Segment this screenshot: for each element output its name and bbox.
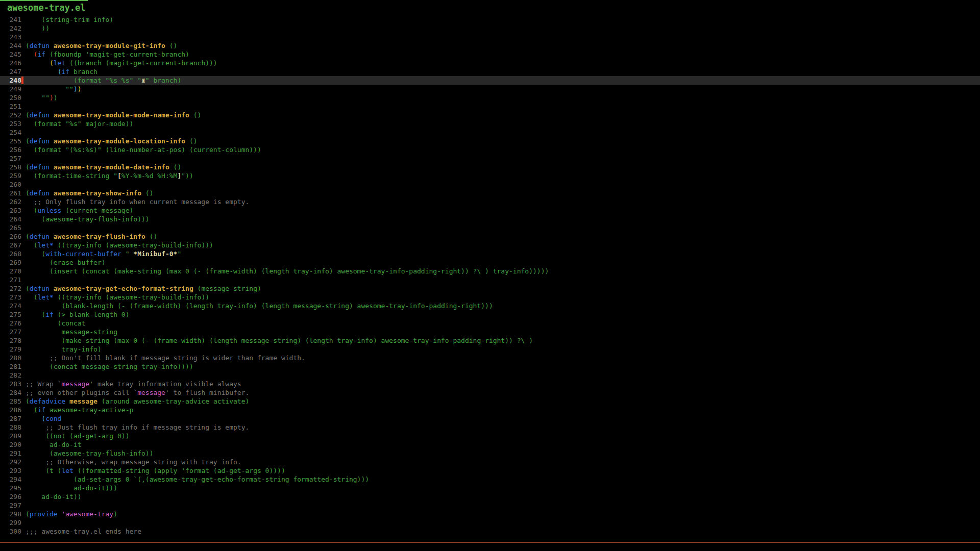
code-token: ) xyxy=(78,85,82,93)
code-line-299[interactable]: 299 xyxy=(0,518,980,527)
code-line-270[interactable]: 270 (insert (concat (make-string (max 0 … xyxy=(0,267,980,276)
code-line-282[interactable]: 282 xyxy=(0,371,980,380)
code-token: awesome-tray-get-echo-format-string xyxy=(54,285,193,292)
code-token: let xyxy=(61,467,73,474)
code-token: " branch) xyxy=(145,77,181,84)
code-editor[interactable]: 241 (string-trim info)242 ))243244(defun… xyxy=(0,15,980,536)
code-line-241[interactable]: 241 (string-trim info) xyxy=(0,15,980,24)
code-token: defun xyxy=(30,285,50,292)
code-line-266[interactable]: 266(defun awesome-tray-flush-info () xyxy=(0,232,980,241)
code-line-293[interactable]: 293 (t (let ((formatted-string (apply 'f… xyxy=(0,466,980,475)
code-line-281[interactable]: 281 (concat message-string tray-info)))) xyxy=(0,362,980,371)
buffer-header: awesome-tray.el xyxy=(0,0,980,15)
code-token: () xyxy=(145,233,157,240)
code-token xyxy=(50,189,54,197)
code-line-295[interactable]: 295 ad-do-it))) xyxy=(0,484,980,492)
code-line-296[interactable]: 296 ad-do-it)) xyxy=(0,492,980,501)
code-line-278[interactable]: 278 (make-string (max 0 (- (frame-width)… xyxy=(0,336,980,345)
code-token: ")) xyxy=(181,172,193,180)
line-number: 251 xyxy=(0,102,21,111)
code-token: ( xyxy=(26,311,45,318)
code-line-263[interactable]: 263 (unless (current-message) xyxy=(0,206,980,215)
code-line-255[interactable]: 255(defun awesome-tray-module-location-i… xyxy=(0,137,980,145)
code-token: ♜ xyxy=(141,77,145,84)
code-line-280[interactable]: 280 ;; Don't fill blank if message strin… xyxy=(0,354,980,362)
code-token: defun xyxy=(30,163,50,171)
code-line-277[interactable]: 277 message-string xyxy=(0,328,980,336)
line-number: 277 xyxy=(0,328,21,336)
code-line-243[interactable]: 243 xyxy=(0,33,980,41)
code-token xyxy=(50,42,54,49)
code-line-242[interactable]: 242 )) xyxy=(0,24,980,33)
code-token: message xyxy=(137,389,165,396)
code-token: awesome-tray-module-date-info xyxy=(54,163,169,171)
code-line-264[interactable]: 264 (awesome-tray-flush-info))) xyxy=(0,215,980,223)
code-line-271[interactable]: 271 xyxy=(0,276,980,284)
code-token xyxy=(50,137,54,145)
code-line-284[interactable]: 284;; even other plugins call `message' … xyxy=(0,388,980,397)
code-line-286[interactable]: 286 (if awesome-tray-active-p xyxy=(0,406,980,414)
code-line-273[interactable]: 273 (let* ((tray-info (awesome-tray-buil… xyxy=(0,293,980,302)
code-line-290[interactable]: 290 ad-do-it xyxy=(0,440,980,449)
code-line-252[interactable]: 252(defun awesome-tray-module-mode-name-… xyxy=(0,111,980,119)
code-line-259[interactable]: 259 (format-time-string "[%Y-%m-%d %H:%M… xyxy=(0,171,980,180)
code-line-288[interactable]: 288 ;; Just flush tray info if message s… xyxy=(0,423,980,432)
code-line-297[interactable]: 297 xyxy=(0,501,980,510)
code-line-247[interactable]: 247 (if branch xyxy=(0,67,980,76)
code-line-267[interactable]: 267 (let* ((tray-info (awesome-tray-buil… xyxy=(0,241,980,249)
code-line-279[interactable]: 279 tray-info) xyxy=(0,345,980,354)
line-number: 274 xyxy=(0,302,21,310)
code-line-249[interactable]: 249 "")) xyxy=(0,85,980,93)
code-line-251[interactable]: 251 xyxy=(0,102,980,111)
code-line-260[interactable]: 260 xyxy=(0,180,980,189)
code-token: (concat xyxy=(26,319,85,327)
code-line-275[interactable]: 275 (if (> blank-length 0) xyxy=(0,310,980,319)
code-line-285[interactable]: 285(defadvice message (around awesome-tr… xyxy=(0,397,980,406)
code-token: awesome-tray-flush-info xyxy=(54,233,145,240)
code-line-262[interactable]: 262 ;; Only flush tray info when current… xyxy=(0,197,980,206)
code-line-283[interactable]: 283;; Wrap `message' make tray informati… xyxy=(0,380,980,388)
code-token: ;; Only flush tray info when current mes… xyxy=(26,198,249,206)
code-line-287[interactable]: 287 (cond xyxy=(0,414,980,423)
line-number: 279 xyxy=(0,345,21,354)
code-line-253[interactable]: 253 (format "%s" major-mode)) xyxy=(0,119,980,128)
code-token: () xyxy=(185,137,197,145)
code-line-274[interactable]: 274 (blank-length (- (frame-width) (leng… xyxy=(0,302,980,310)
code-line-269[interactable]: 269 (erase-buffer) xyxy=(0,258,980,267)
code-token: ( xyxy=(26,293,37,301)
line-number: 246 xyxy=(0,59,21,67)
code-line-294[interactable]: 294 (ad-set-args 0 `(,(awesome-tray-get-… xyxy=(0,475,980,484)
code-token: )) xyxy=(26,24,50,32)
line-number: 258 xyxy=(0,163,21,171)
code-line-298[interactable]: 298(provide 'awesome-tray) xyxy=(0,510,980,518)
line-number: 242 xyxy=(0,24,21,33)
code-line-256[interactable]: 256 (format "(%s:%s)" (line-number-at-po… xyxy=(0,145,980,154)
code-line-261[interactable]: 261(defun awesome-tray-show-info () xyxy=(0,189,980,197)
code-line-246[interactable]: 246 (let ((branch (magit-get-current-bra… xyxy=(0,59,980,67)
code-line-248[interactable]: 248 (format "%s %s" "♜" branch) xyxy=(0,76,980,85)
buffer-tab-indicator xyxy=(0,0,88,1)
code-line-265[interactable]: 265 xyxy=(0,223,980,232)
code-line-276[interactable]: 276 (concat xyxy=(0,319,980,328)
code-line-244[interactable]: 244(defun awesome-tray-module-git-info (… xyxy=(0,41,980,50)
code-line-268[interactable]: 268 (with-current-buffer " *Minibuf-0*" xyxy=(0,249,980,258)
code-line-289[interactable]: 289 ((not (ad-get-arg 0)) xyxy=(0,432,980,440)
code-token: ) xyxy=(54,94,58,102)
code-token: ' make tray information visible always xyxy=(89,380,241,388)
code-line-245[interactable]: 245 (if (fboundp 'magit-get-current-bran… xyxy=(0,50,980,59)
line-number: 249 xyxy=(0,85,21,93)
code-line-272[interactable]: 272(defun awesome-tray-get-echo-format-s… xyxy=(0,284,980,293)
code-line-250[interactable]: 250 "")) xyxy=(0,93,980,102)
code-token: ) xyxy=(113,510,117,518)
code-line-292[interactable]: 292 ;; Otherwise, wrap message string wi… xyxy=(0,458,980,466)
code-line-258[interactable]: 258(defun awesome-tray-module-date-info … xyxy=(0,163,980,171)
code-token xyxy=(65,397,69,405)
code-line-257[interactable]: 257 xyxy=(0,154,980,163)
code-token: branch xyxy=(69,68,97,76)
code-line-291[interactable]: 291 (awesome-tray-flush-info)) xyxy=(0,449,980,458)
code-line-300[interactable]: 300;;; awesome-tray.el ends here xyxy=(0,527,980,536)
code-line-254[interactable]: 254 xyxy=(0,128,980,137)
code-token: ;;; awesome-tray.el ends here xyxy=(26,528,141,535)
line-number: 281 xyxy=(0,362,21,371)
code-token: ( xyxy=(26,137,30,145)
